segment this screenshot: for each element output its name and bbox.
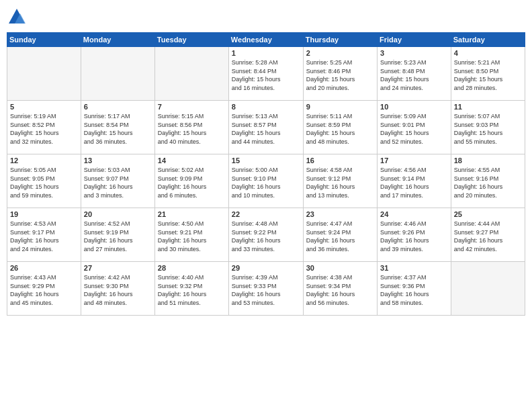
- day-info: Sunrise: 4:46 AM Sunset: 9:26 PM Dayligh…: [380, 220, 448, 253]
- day-number: 6: [84, 103, 152, 111]
- calendar-day-23: 23Sunrise: 4:47 AM Sunset: 9:24 PM Dayli…: [303, 208, 377, 262]
- calendar-day-26: 26Sunrise: 4:43 AM Sunset: 9:29 PM Dayli…: [7, 262, 81, 316]
- calendar-empty-cell: [451, 262, 525, 316]
- header: [7, 7, 525, 27]
- day-info: Sunrise: 4:58 AM Sunset: 9:12 PM Dayligh…: [306, 166, 374, 199]
- calendar-day-28: 28Sunrise: 4:40 AM Sunset: 9:32 PM Dayli…: [154, 262, 228, 316]
- day-info: Sunrise: 4:56 AM Sunset: 9:14 PM Dayligh…: [380, 166, 448, 199]
- weekday-header-saturday: Saturday: [451, 33, 525, 47]
- calendar-day-15: 15Sunrise: 5:00 AM Sunset: 9:10 PM Dayli…: [228, 154, 303, 208]
- day-info: Sunrise: 5:00 AM Sunset: 9:10 PM Dayligh…: [232, 166, 300, 199]
- calendar-day-30: 30Sunrise: 4:38 AM Sunset: 9:34 PM Dayli…: [303, 262, 377, 316]
- day-number: 11: [454, 103, 522, 111]
- day-number: 1: [232, 49, 300, 57]
- day-number: 9: [306, 103, 374, 111]
- day-number: 21: [158, 210, 226, 218]
- day-info: Sunrise: 5:23 AM Sunset: 8:48 PM Dayligh…: [380, 58, 448, 92]
- day-number: 27: [84, 264, 152, 272]
- calendar-day-6: 6Sunrise: 5:17 AM Sunset: 8:54 PM Daylig…: [81, 101, 154, 154]
- day-number: 22: [232, 210, 300, 218]
- calendar-day-12: 12Sunrise: 5:05 AM Sunset: 9:05 PM Dayli…: [7, 154, 81, 208]
- calendar-day-24: 24Sunrise: 4:46 AM Sunset: 9:26 PM Dayli…: [378, 208, 451, 262]
- day-info: Sunrise: 5:15 AM Sunset: 8:56 PM Dayligh…: [158, 112, 226, 146]
- calendar-day-29: 29Sunrise: 4:39 AM Sunset: 9:33 PM Dayli…: [228, 262, 303, 316]
- day-info: Sunrise: 4:38 AM Sunset: 9:34 PM Dayligh…: [306, 273, 374, 307]
- day-info: Sunrise: 4:44 AM Sunset: 9:27 PM Dayligh…: [454, 220, 522, 253]
- day-info: Sunrise: 5:25 AM Sunset: 8:46 PM Dayligh…: [306, 58, 374, 92]
- day-info: Sunrise: 5:21 AM Sunset: 8:50 PM Dayligh…: [454, 58, 522, 92]
- day-number: 10: [380, 103, 448, 111]
- page: SundayMondayTuesdayWednesdayThursdayFrid…: [0, 0, 532, 411]
- weekday-header-wednesday: Wednesday: [228, 33, 303, 47]
- calendar-day-3: 3Sunrise: 5:23 AM Sunset: 8:48 PM Daylig…: [378, 47, 451, 101]
- day-number: 18: [454, 156, 522, 165]
- day-number: 2: [306, 49, 374, 57]
- day-number: 25: [454, 210, 522, 218]
- day-info: Sunrise: 4:39 AM Sunset: 9:33 PM Dayligh…: [232, 273, 300, 307]
- day-info: Sunrise: 5:13 AM Sunset: 8:57 PM Dayligh…: [232, 112, 300, 146]
- calendar-day-1: 1Sunrise: 5:28 AM Sunset: 8:44 PM Daylig…: [228, 47, 303, 101]
- calendar-week-row: 1Sunrise: 5:28 AM Sunset: 8:44 PM Daylig…: [7, 47, 525, 101]
- calendar-day-13: 13Sunrise: 5:03 AM Sunset: 9:07 PM Dayli…: [81, 154, 154, 208]
- day-number: 23: [306, 210, 374, 218]
- calendar-day-4: 4Sunrise: 5:21 AM Sunset: 8:50 PM Daylig…: [451, 47, 525, 101]
- day-info: Sunrise: 4:55 AM Sunset: 9:16 PM Dayligh…: [454, 166, 522, 199]
- day-info: Sunrise: 4:40 AM Sunset: 9:32 PM Dayligh…: [158, 273, 226, 307]
- day-number: 13: [84, 156, 152, 165]
- day-number: 5: [10, 103, 78, 111]
- calendar-day-20: 20Sunrise: 4:52 AM Sunset: 9:19 PM Dayli…: [81, 208, 154, 262]
- calendar-empty-cell: [81, 47, 154, 101]
- day-number: 28: [158, 264, 226, 272]
- day-number: 24: [380, 210, 448, 218]
- calendar-day-2: 2Sunrise: 5:25 AM Sunset: 8:46 PM Daylig…: [303, 47, 377, 101]
- day-info: Sunrise: 5:17 AM Sunset: 8:54 PM Dayligh…: [84, 112, 152, 146]
- calendar-day-8: 8Sunrise: 5:13 AM Sunset: 8:57 PM Daylig…: [228, 101, 303, 154]
- day-number: 15: [232, 156, 300, 165]
- day-info: Sunrise: 4:42 AM Sunset: 9:30 PM Dayligh…: [84, 273, 152, 307]
- day-number: 3: [380, 49, 448, 57]
- day-info: Sunrise: 5:07 AM Sunset: 9:03 PM Dayligh…: [454, 112, 522, 146]
- calendar-day-14: 14Sunrise: 5:02 AM Sunset: 9:09 PM Dayli…: [154, 154, 228, 208]
- day-number: 30: [306, 264, 374, 272]
- day-number: 14: [158, 156, 226, 165]
- day-info: Sunrise: 4:48 AM Sunset: 9:22 PM Dayligh…: [232, 220, 300, 253]
- calendar-day-31: 31Sunrise: 4:37 AM Sunset: 9:36 PM Dayli…: [378, 262, 451, 316]
- day-number: 12: [10, 156, 78, 165]
- day-number: 7: [158, 103, 226, 111]
- day-info: Sunrise: 5:05 AM Sunset: 9:05 PM Dayligh…: [10, 166, 78, 199]
- day-number: 19: [10, 210, 78, 218]
- calendar-day-10: 10Sunrise: 5:09 AM Sunset: 9:01 PM Dayli…: [378, 101, 451, 154]
- day-number: 20: [84, 210, 152, 218]
- day-number: 29: [232, 264, 300, 272]
- weekday-header-row: SundayMondayTuesdayWednesdayThursdayFrid…: [7, 33, 525, 47]
- calendar-week-row: 5Sunrise: 5:19 AM Sunset: 8:52 PM Daylig…: [7, 101, 525, 154]
- calendar-day-17: 17Sunrise: 4:56 AM Sunset: 9:14 PM Dayli…: [378, 154, 451, 208]
- calendar-day-19: 19Sunrise: 4:53 AM Sunset: 9:17 PM Dayli…: [7, 208, 81, 262]
- day-info: Sunrise: 4:53 AM Sunset: 9:17 PM Dayligh…: [10, 220, 78, 253]
- calendar-day-27: 27Sunrise: 4:42 AM Sunset: 9:30 PM Dayli…: [81, 262, 154, 316]
- day-number: 4: [454, 49, 522, 57]
- day-info: Sunrise: 4:52 AM Sunset: 9:19 PM Dayligh…: [84, 220, 152, 253]
- day-info: Sunrise: 5:11 AM Sunset: 8:59 PM Dayligh…: [306, 112, 374, 146]
- weekday-header-friday: Friday: [378, 33, 451, 47]
- calendar-empty-cell: [154, 47, 228, 101]
- day-info: Sunrise: 4:47 AM Sunset: 9:24 PM Dayligh…: [306, 220, 374, 253]
- logo-icon: [7, 7, 27, 27]
- day-info: Sunrise: 5:03 AM Sunset: 9:07 PM Dayligh…: [84, 166, 152, 199]
- calendar-day-16: 16Sunrise: 4:58 AM Sunset: 9:12 PM Dayli…: [303, 154, 377, 208]
- weekday-header-sunday: Sunday: [7, 33, 81, 47]
- day-info: Sunrise: 4:37 AM Sunset: 9:36 PM Dayligh…: [380, 273, 448, 307]
- calendar-week-row: 26Sunrise: 4:43 AM Sunset: 9:29 PM Dayli…: [7, 262, 525, 316]
- day-info: Sunrise: 5:19 AM Sunset: 8:52 PM Dayligh…: [10, 112, 78, 146]
- day-number: 8: [232, 103, 300, 111]
- weekday-header-monday: Monday: [81, 33, 154, 47]
- logo: [7, 7, 30, 27]
- calendar-week-row: 12Sunrise: 5:05 AM Sunset: 9:05 PM Dayli…: [7, 154, 525, 208]
- calendar-day-25: 25Sunrise: 4:44 AM Sunset: 9:27 PM Dayli…: [451, 208, 525, 262]
- day-number: 17: [380, 156, 448, 165]
- calendar-day-7: 7Sunrise: 5:15 AM Sunset: 8:56 PM Daylig…: [154, 101, 228, 154]
- day-info: Sunrise: 4:50 AM Sunset: 9:21 PM Dayligh…: [158, 220, 226, 253]
- calendar-day-18: 18Sunrise: 4:55 AM Sunset: 9:16 PM Dayli…: [451, 154, 525, 208]
- day-info: Sunrise: 5:02 AM Sunset: 9:09 PM Dayligh…: [158, 166, 226, 199]
- calendar-day-22: 22Sunrise: 4:48 AM Sunset: 9:22 PM Dayli…: [228, 208, 303, 262]
